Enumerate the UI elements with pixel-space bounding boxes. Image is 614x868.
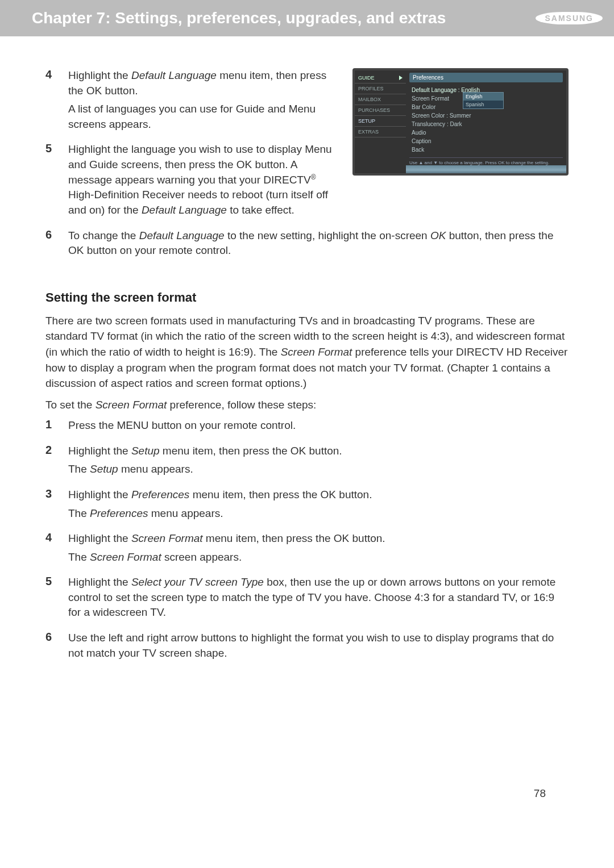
preferences-screenshot-figure: GUIDE PROFILES MAILBOX PURCHASES SETUP E…	[352, 68, 569, 176]
figure-lang-spanish: Spanish	[463, 101, 503, 108]
step-italic: Default Language	[139, 229, 225, 241]
chapter-header-bar: Chapter 7: Settings, preferences, upgrad…	[0, 0, 614, 36]
step-4: 4 Highlight the Default Language menu it…	[45, 68, 341, 135]
step-number: 2	[45, 444, 68, 481]
step-text: Use the left and right arrow buttons to …	[68, 631, 569, 661]
manual-page: Chapter 7: Settings, preferences, upgrad…	[0, 0, 614, 868]
step-number: 6	[45, 228, 68, 262]
step-number: 5	[45, 575, 68, 624]
step-text: The	[68, 507, 90, 519]
step-number: 6	[45, 631, 68, 664]
step-text: To change the	[68, 229, 139, 241]
figure-menu-setup: SETUP	[355, 116, 406, 127]
chapter-title: Chapter 7: Settings, preferences, upgrad…	[32, 9, 446, 27]
brand-logo-text: SAMSUNG	[536, 12, 603, 24]
section-heading-screen-format: Setting the screen format	[45, 290, 569, 305]
step-result: A list of languages you can use for Guid…	[68, 102, 341, 132]
step-number: 4	[45, 68, 68, 135]
step-2: 2 Highlight the Setup menu item, then pr…	[45, 444, 569, 481]
figure-menu-purchases: PURCHASES	[355, 105, 406, 116]
step-italic: Setup	[90, 463, 118, 475]
step-text: Highlight the	[68, 69, 131, 81]
step-text: menu appears.	[148, 507, 223, 519]
step-text: to the new setting, highlight the on-scr…	[225, 229, 430, 241]
step-number: 5	[45, 142, 68, 221]
step-italic: Default Language	[131, 69, 217, 81]
step-italic: Select your TV screen Type	[131, 576, 264, 588]
step-1: 1 Press the MENU button on your remote c…	[45, 418, 569, 437]
section-intro-para-2: To set the Screen Format preference, fol…	[45, 397, 569, 413]
figure-menu-guide-label: GUIDE	[358, 75, 375, 81]
figure-line-translucency: Translucency : Dark	[412, 120, 561, 128]
step-4: 4 Highlight the Screen Format menu item,…	[45, 531, 569, 568]
step-italic: OK	[430, 229, 446, 241]
step-text: Highlight the	[68, 576, 131, 588]
step-text: menu appears.	[118, 463, 193, 475]
step-text: Press the MENU button on your remote con…	[68, 418, 569, 433]
step-6: 6 Use the left and right arrow buttons t…	[45, 631, 569, 664]
step-text: to take effect.	[227, 204, 294, 216]
figure-line-back: Back	[412, 145, 561, 154]
brand-logo: SAMSUNG	[536, 12, 603, 24]
figure-left-menu: GUIDE PROFILES MAILBOX PURCHASES SETUP E…	[355, 70, 406, 173]
step-text: The	[68, 551, 90, 563]
section-intro-para-1: There are two screen formats used in man…	[45, 313, 569, 391]
step-5: 5 Highlight the Select your TV screen Ty…	[45, 575, 569, 624]
step-text: screen appears.	[161, 551, 242, 563]
steps-list-screen-format: 1 Press the MENU button on your remote c…	[45, 418, 569, 664]
step-italic: Default Language	[142, 204, 227, 216]
figure-line-screen-color: Screen Color : Summer	[412, 111, 561, 120]
step-italic: Preferences	[131, 489, 189, 500]
step-text: Highlight the	[68, 489, 131, 500]
step-text: menu item, then press the OK button.	[160, 445, 342, 457]
step-number: 1	[45, 418, 68, 437]
para-text: preference, follow these steps:	[167, 399, 316, 411]
chevron-right-icon	[399, 76, 403, 80]
step-5: 5 Highlight the language you wish to use…	[45, 142, 341, 221]
step-text: The	[68, 463, 90, 475]
figure-decorative-strip	[406, 165, 566, 173]
figure-line-caption: Caption	[412, 137, 561, 145]
figure-right-panel: Preferences Default Language : English S…	[406, 70, 566, 173]
step-italic: Preferences	[90, 507, 148, 519]
figure-footer-hint: Use ▲ and ▼ to choose a language. Press …	[409, 157, 563, 165]
para-text: To set the	[45, 399, 96, 411]
figure-menu-guide: GUIDE	[355, 73, 406, 84]
figure-menu-extras: EXTRAS	[355, 127, 406, 137]
figure-menu-mailbox: MAILBOX	[355, 94, 406, 105]
step-6: 6 To change the Default Language to the …	[45, 228, 569, 262]
para-italic: Screen Format	[281, 346, 352, 358]
page-content: GUIDE PROFILES MAILBOX PURCHASES SETUP E…	[0, 36, 614, 664]
para-italic: Screen Format	[96, 399, 167, 411]
step-text: Highlight the	[68, 532, 131, 544]
step-3: 3 Highlight the Preferences menu item, t…	[45, 487, 569, 524]
figure-line-audio: Audio	[412, 128, 561, 137]
step-italic: Screen Format	[131, 532, 203, 544]
figure-menu-profiles: PROFILES	[355, 84, 406, 94]
registered-mark: ®	[311, 173, 316, 181]
step-number: 3	[45, 487, 68, 524]
step-text: menu item, then press the OK button.	[203, 532, 385, 544]
step-text: Highlight the	[68, 445, 131, 457]
step-italic: Setup	[131, 445, 160, 457]
figure-language-dropdown: English Spanish	[463, 92, 504, 109]
figure-panel-title: Preferences	[409, 73, 563, 82]
page-number: 78	[534, 787, 546, 800]
step-italic: Screen Format	[90, 551, 161, 563]
step-text: menu item, then press the OK button.	[189, 489, 372, 500]
step-number: 4	[45, 531, 68, 568]
step-text: Highlight the language you wish to use t…	[68, 143, 332, 186]
figure-lang-english: English	[463, 93, 503, 101]
